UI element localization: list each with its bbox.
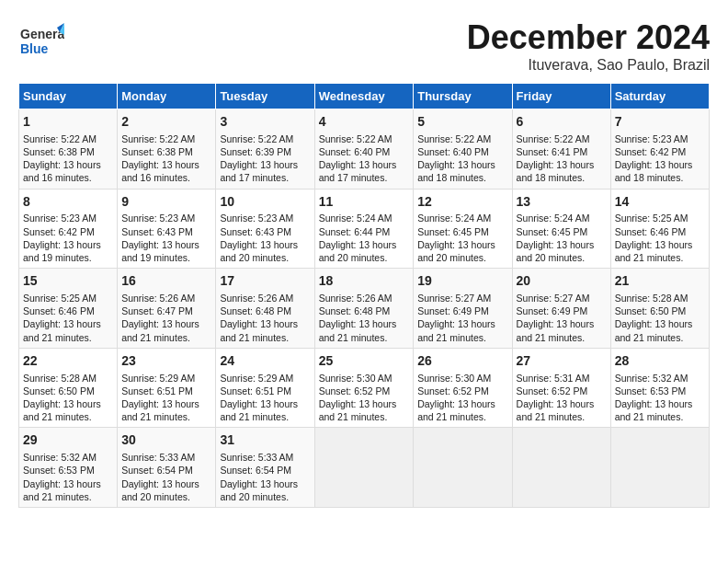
sunset-time: Sunset: 6:45 PM (417, 226, 489, 237)
sunrise-time: Sunrise: 5:26 AM (121, 293, 195, 304)
sunset-time: Sunset: 6:46 PM (23, 305, 95, 316)
sunset-time: Sunset: 6:43 PM (121, 226, 193, 237)
sunset-time: Sunset: 6:51 PM (121, 385, 193, 396)
day-number: 10 (220, 193, 310, 211)
week-row-2: 8Sunrise: 5:23 AMSunset: 6:42 PMDaylight… (19, 189, 710, 269)
sunset-time: Sunset: 6:52 PM (517, 385, 588, 396)
daylight-hours: Daylight: 13 hours and 20 minutes. (220, 478, 298, 502)
daylight-hours: Daylight: 13 hours and 21 minutes. (23, 318, 101, 342)
sunrise-time: Sunrise: 5:26 AM (220, 293, 293, 304)
calendar-cell: 22Sunrise: 5:28 AMSunset: 6:50 PMDayligh… (19, 348, 118, 428)
sunrise-time: Sunrise: 5:28 AM (615, 293, 688, 304)
calendar-cell: 13Sunrise: 5:24 AMSunset: 6:45 PMDayligh… (512, 189, 610, 269)
page-container: General Blue December 2024 Ituverava, Sa… (18, 18, 710, 508)
sunrise-time: Sunrise: 5:32 AM (615, 373, 688, 384)
calendar-cell: 31Sunrise: 5:33 AMSunset: 6:54 PMDayligh… (216, 428, 314, 508)
sunrise-time: Sunrise: 5:28 AM (23, 373, 97, 384)
day-number: 15 (23, 272, 113, 290)
sunset-time: Sunset: 6:53 PM (23, 465, 95, 476)
column-header-tuesday: Tuesday (216, 84, 314, 109)
daylight-hours: Daylight: 13 hours and 19 minutes. (121, 239, 199, 263)
day-number: 28 (615, 352, 705, 370)
calendar-cell: 5Sunrise: 5:22 AMSunset: 6:40 PMDaylight… (414, 109, 512, 190)
day-number: 18 (319, 272, 410, 290)
header: General Blue December 2024 Ituverava, Sa… (18, 18, 710, 74)
day-number: 19 (417, 272, 507, 290)
sunset-time: Sunset: 6:48 PM (220, 305, 291, 316)
calendar-cell: 10Sunrise: 5:23 AMSunset: 6:43 PMDayligh… (216, 189, 314, 269)
month-title: December 2024 (467, 18, 710, 57)
sunrise-time: Sunrise: 5:26 AM (319, 293, 392, 304)
sunset-time: Sunset: 6:51 PM (220, 385, 291, 396)
calendar-cell (610, 428, 709, 508)
week-row-5: 29Sunrise: 5:32 AMSunset: 6:53 PMDayligh… (19, 428, 710, 508)
daylight-hours: Daylight: 13 hours and 20 minutes. (517, 239, 595, 263)
daylight-hours: Daylight: 13 hours and 19 minutes. (23, 239, 101, 263)
daylight-hours: Daylight: 13 hours and 17 minutes. (220, 159, 298, 183)
sunset-time: Sunset: 6:44 PM (319, 226, 391, 237)
calendar-cell: 16Sunrise: 5:26 AMSunset: 6:47 PMDayligh… (118, 269, 216, 349)
sunrise-time: Sunrise: 5:29 AM (220, 373, 293, 384)
sunrise-time: Sunrise: 5:24 AM (517, 213, 590, 224)
daylight-hours: Daylight: 13 hours and 21 minutes. (615, 239, 693, 263)
day-number: 8 (23, 193, 113, 211)
daylight-hours: Daylight: 13 hours and 21 minutes. (319, 318, 397, 342)
daylight-hours: Daylight: 13 hours and 20 minutes. (220, 239, 298, 263)
daylight-hours: Daylight: 13 hours and 18 minutes. (517, 159, 595, 183)
day-number: 6 (517, 113, 607, 131)
day-number: 20 (517, 272, 607, 290)
day-number: 30 (121, 431, 211, 449)
sunrise-time: Sunrise: 5:23 AM (121, 213, 195, 224)
calendar-cell: 20Sunrise: 5:27 AMSunset: 6:49 PMDayligh… (512, 269, 610, 349)
calendar-cell: 9Sunrise: 5:23 AMSunset: 6:43 PMDaylight… (118, 189, 216, 269)
daylight-hours: Daylight: 13 hours and 18 minutes. (615, 159, 693, 183)
column-header-saturday: Saturday (610, 84, 709, 109)
day-number: 27 (517, 352, 607, 370)
day-number: 29 (23, 431, 113, 449)
daylight-hours: Daylight: 13 hours and 21 minutes. (517, 398, 595, 422)
sunrise-time: Sunrise: 5:30 AM (319, 373, 392, 384)
day-number: 22 (23, 352, 113, 370)
day-number: 2 (121, 113, 211, 131)
day-number: 21 (615, 272, 705, 290)
daylight-hours: Daylight: 13 hours and 21 minutes. (615, 318, 693, 342)
calendar-cell: 12Sunrise: 5:24 AMSunset: 6:45 PMDayligh… (414, 189, 512, 269)
sunrise-time: Sunrise: 5:22 AM (319, 133, 392, 144)
daylight-hours: Daylight: 13 hours and 21 minutes. (121, 318, 199, 342)
daylight-hours: Daylight: 13 hours and 16 minutes. (23, 159, 101, 183)
sunrise-time: Sunrise: 5:22 AM (23, 133, 97, 144)
column-header-sunday: Sunday (19, 84, 118, 109)
calendar-cell: 24Sunrise: 5:29 AMSunset: 6:51 PMDayligh… (216, 348, 314, 428)
logo: General Blue (18, 18, 64, 68)
svg-text:General: General (20, 27, 64, 41)
calendar-cell: 1Sunrise: 5:22 AMSunset: 6:38 PMDaylight… (19, 109, 118, 190)
sunrise-time: Sunrise: 5:24 AM (319, 213, 392, 224)
sunrise-time: Sunrise: 5:23 AM (220, 213, 293, 224)
daylight-hours: Daylight: 13 hours and 16 minutes. (121, 159, 199, 183)
daylight-hours: Daylight: 13 hours and 21 minutes. (319, 398, 397, 422)
day-number: 23 (121, 352, 211, 370)
sunset-time: Sunset: 6:49 PM (417, 305, 489, 316)
day-number: 25 (319, 352, 410, 370)
calendar-cell: 8Sunrise: 5:23 AMSunset: 6:42 PMDaylight… (19, 189, 118, 269)
day-number: 31 (220, 431, 310, 449)
sunrise-time: Sunrise: 5:25 AM (615, 213, 688, 224)
sunset-time: Sunset: 6:45 PM (517, 226, 588, 237)
sunset-time: Sunset: 6:40 PM (319, 146, 391, 157)
day-number: 26 (417, 352, 507, 370)
daylight-hours: Daylight: 13 hours and 21 minutes. (417, 398, 495, 422)
calendar-cell: 17Sunrise: 5:26 AMSunset: 6:48 PMDayligh… (216, 269, 314, 349)
column-headers: SundayMondayTuesdayWednesdayThursdayFrid… (19, 84, 710, 109)
daylight-hours: Daylight: 13 hours and 18 minutes. (417, 159, 495, 183)
day-number: 12 (417, 193, 507, 211)
column-header-monday: Monday (118, 84, 216, 109)
sunrise-time: Sunrise: 5:27 AM (517, 293, 590, 304)
sunset-time: Sunset: 6:46 PM (615, 226, 687, 237)
calendar-cell: 27Sunrise: 5:31 AMSunset: 6:52 PMDayligh… (512, 348, 610, 428)
day-number: 11 (319, 193, 410, 211)
calendar-table: SundayMondayTuesdayWednesdayThursdayFrid… (18, 83, 710, 508)
daylight-hours: Daylight: 13 hours and 21 minutes. (615, 398, 693, 422)
week-row-4: 22Sunrise: 5:28 AMSunset: 6:50 PMDayligh… (19, 348, 710, 428)
day-number: 9 (121, 193, 211, 211)
week-row-1: 1Sunrise: 5:22 AMSunset: 6:38 PMDaylight… (19, 109, 710, 190)
